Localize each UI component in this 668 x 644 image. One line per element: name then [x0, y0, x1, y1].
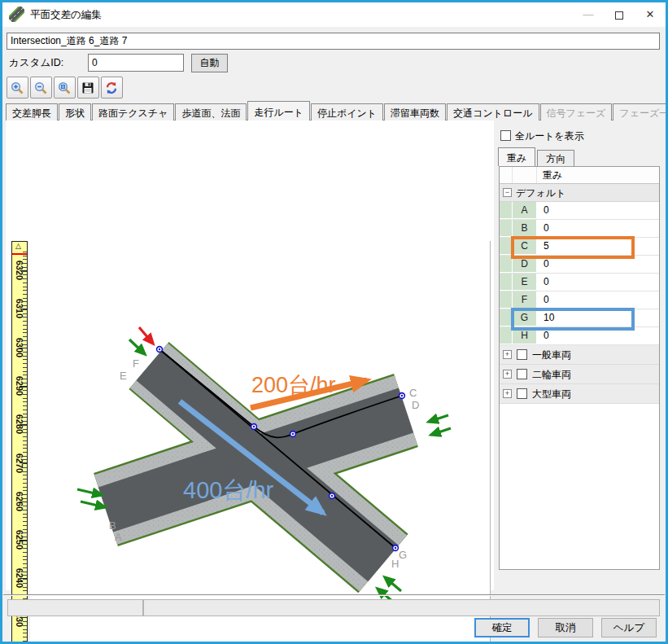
zoom-out-icon — [33, 81, 48, 95]
v-ruler-label: 6250 — [15, 528, 24, 552]
weight-value-cell[interactable]: 0 — [537, 274, 659, 291]
tab-leg-length[interactable]: 交差脚長 — [6, 103, 58, 120]
row-selector-cell[interactable] — [500, 220, 513, 237]
save-icon — [81, 81, 95, 95]
tab-shape[interactable]: 形状 — [59, 103, 91, 120]
show-all-routes-row: 全ルートを表示 — [500, 129, 584, 143]
node-label-b: B — [109, 519, 116, 532]
route-key-cell[interactable]: G — [513, 309, 537, 326]
dialog-icon — [9, 7, 24, 22]
node-label-g: G — [399, 549, 407, 561]
intersection-name-input[interactable] — [7, 33, 660, 50]
row-selector-cell[interactable] — [500, 274, 513, 291]
tab-traffic-control[interactable]: 交通コントロール — [447, 103, 539, 120]
weight-value-cell[interactable]: 0 — [537, 327, 659, 344]
tab-bar: 交差脚長形状路面テクスチャ歩道面、法面走行ルート停止ポイント滞留車両数交通コント… — [6, 101, 668, 120]
tab-queue-vehicles[interactable]: 滞留車両数 — [384, 103, 446, 120]
auto-button[interactable]: 自動 — [191, 54, 228, 72]
entry-arrow-b — [77, 489, 102, 495]
tab-sidewalk-slope[interactable]: 歩道面、法面 — [175, 103, 247, 120]
collapse-icon[interactable]: − — [503, 188, 512, 197]
v-ruler-label: 6260 — [15, 489, 24, 514]
close-button[interactable]: ✕ — [635, 2, 666, 27]
weight-table-header: 重み — [500, 167, 659, 184]
zoom-window-button[interactable] — [54, 77, 76, 99]
show-all-routes-label: 全ルートを表示 — [515, 130, 584, 142]
weight-table: 重み −デフォルト A0B0C5D0E0F0G10H0 +一般車両+二輪車両+大… — [499, 166, 660, 570]
save-button[interactable] — [77, 77, 99, 99]
cancel-button[interactable]: 取消 — [538, 618, 593, 637]
route-key-cell[interactable]: A — [513, 202, 537, 219]
weight-row-A: A0 — [500, 202, 659, 220]
route-key-cell[interactable]: E — [513, 274, 537, 291]
route-key-cell[interactable]: B — [513, 220, 537, 237]
zoom-out-button[interactable] — [30, 77, 52, 99]
weight-value-cell[interactable]: 0 — [537, 256, 659, 273]
entry-arrow-g — [385, 577, 401, 591]
tab-stop-point[interactable]: 停止ポイント — [311, 103, 383, 120]
weight-value-cell[interactable]: 0 — [537, 220, 659, 237]
show-all-routes-checkbox[interactable] — [500, 130, 511, 141]
tab-travel-route[interactable]: 走行ルート — [247, 101, 310, 120]
expand-icon[interactable]: + — [503, 350, 512, 359]
v-ruler-label: 6280 — [15, 412, 24, 436]
expand-icon[interactable]: + — [503, 389, 512, 398]
route-key-cell[interactable]: C — [513, 238, 537, 255]
v-ruler-label: 6310 — [15, 296, 24, 321]
route-key-cell[interactable]: H — [513, 327, 537, 344]
dialog-title: 平面交差の編集 — [30, 2, 102, 27]
node-label-e: E — [120, 370, 127, 382]
entry-arrow-d — [431, 428, 451, 435]
node-label-a: A — [115, 531, 122, 543]
weight-value-cell[interactable]: 0 — [537, 291, 659, 309]
edit-intersection-dialog: 平面交差の編集 — ✕ カスタムID: 自動 交差脚長形状路面テクスチャ歩道面、… — [0, 0, 668, 644]
vehicle-group-row: +二輪車両 — [500, 365, 659, 384]
row-selector-cell[interactable] — [500, 256, 513, 273]
vehicle-group-checkbox[interactable] — [517, 369, 527, 379]
minimize-button[interactable]: — — [573, 2, 604, 27]
zoom-in-icon — [10, 81, 24, 95]
panel-tab-weight[interactable]: 重み — [498, 147, 535, 166]
canvas-zone: 200台/hr 400台/hr E F C D B A G H △ 632063… — [6, 120, 494, 590]
row-selector-cell[interactable] — [500, 202, 513, 219]
zoom-in-button[interactable] — [7, 77, 28, 99]
expand-icon[interactable]: + — [503, 370, 512, 379]
row-selector-cell[interactable] — [500, 309, 513, 326]
ok-button[interactable]: 確定 — [474, 618, 530, 637]
vehicle-group-label: 大型車両 — [532, 388, 571, 400]
selected-entry-arrow-f — [139, 327, 153, 344]
v-ruler-label: 6240 — [15, 566, 24, 590]
row-selector-cell[interactable] — [500, 238, 513, 255]
v-ruler-label: 6320 — [15, 258, 24, 283]
vertical-ruler: △ 63206310630062906280627062606250624062… — [11, 241, 28, 644]
flow-label-diagonal: 400台/hr — [183, 477, 274, 503]
node-label-c: C — [409, 387, 417, 399]
help-button[interactable]: ヘルプ — [601, 618, 657, 637]
weight-value-cell[interactable]: 5 — [537, 238, 659, 255]
weight-value-cell[interactable]: 10 — [537, 309, 659, 326]
refresh-button[interactable] — [101, 77, 123, 99]
vehicle-group-checkbox[interactable] — [517, 388, 527, 399]
v-ruler-label: 6270 — [15, 451, 24, 475]
route-key-cell[interactable]: D — [513, 256, 537, 273]
row-selector-cell[interactable] — [500, 291, 513, 309]
canvas-toolbar — [7, 77, 123, 99]
tab-signal-phase: 信号フェーズ — [540, 103, 613, 120]
maximize-button[interactable] — [604, 2, 635, 27]
weight-column-header: 重み — [537, 167, 659, 183]
weight-value-cell[interactable]: 0 — [537, 202, 659, 219]
node-label-h: H — [391, 558, 399, 570]
route-key-cell[interactable]: F — [513, 291, 537, 309]
ruler-up-arrow-icon[interactable]: △ — [15, 242, 21, 250]
intersection-canvas[interactable]: 200台/hr 400台/hr E F C D B A G H — [30, 241, 491, 644]
weight-row-E: E0 — [500, 274, 659, 291]
panel-tab-direction[interactable]: 方向 — [537, 150, 574, 166]
vehicle-group-row: +大型車両 — [500, 384, 659, 404]
custom-id-input[interactable] — [88, 54, 184, 72]
row-selector-cell[interactable] — [500, 327, 513, 344]
vehicle-group-checkbox[interactable] — [517, 349, 527, 360]
weight-row-B: B0 — [500, 220, 659, 238]
title-bar: 平面交差の編集 — ✕ — [2, 2, 666, 27]
status-bar — [7, 599, 660, 616]
tab-road-texture[interactable]: 路面テクスチャ — [92, 103, 174, 120]
